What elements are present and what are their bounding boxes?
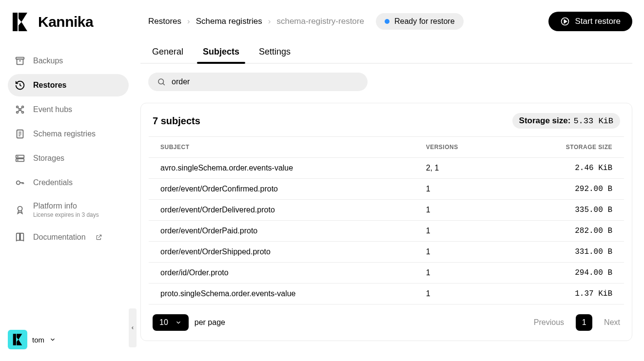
logo-mark-small-icon <box>11 333 24 346</box>
nav-label: Backups <box>33 57 63 65</box>
cell-subject: avro.singleSchema.order.events-value <box>149 158 414 179</box>
sidebar-item-credentials[interactable]: Credentials <box>8 171 129 194</box>
breadcrumb-schema-registries[interactable]: Schema registries <box>196 17 262 26</box>
current-page[interactable]: 1 <box>576 314 592 331</box>
breadcrumb: Restores › Schema registries › schema-re… <box>148 13 464 30</box>
sidebar-item-schema-registries[interactable]: Schema registries <box>8 123 129 145</box>
column-storage[interactable]: STORAGE SIZE <box>507 137 624 158</box>
breadcrumb-separator: › <box>187 17 190 26</box>
cell-subject: order/event/OrderDelivered.proto <box>149 200 414 221</box>
cell-subject: order/id/Order.proto <box>149 263 414 284</box>
user-menu[interactable]: tom <box>8 326 129 353</box>
svg-line-11 <box>18 108 20 109</box>
table-row[interactable]: order/event/OrderShipped.proto1331.00 B <box>149 242 624 263</box>
table-footer: 10 per page Previous 1 Next <box>149 304 624 331</box>
cell-versions: 1 <box>414 221 507 242</box>
sidebar: Kannika Backups Restores Event hubs Sche… <box>0 0 137 361</box>
table-row[interactable]: order/event/OrderDelivered.proto1335.00 … <box>149 200 624 221</box>
pagination: Previous 1 Next <box>534 314 620 331</box>
storage-label: Storage size: <box>519 116 571 126</box>
badge-icon <box>15 205 25 215</box>
sidebar-item-backups[interactable]: Backups <box>8 50 129 72</box>
subjects-count: 7 subjects <box>153 115 200 127</box>
cell-subject: proto.singleSchema.order.events-value <box>149 284 414 304</box>
svg-point-23 <box>17 181 20 184</box>
svg-point-10 <box>19 109 21 111</box>
table-row[interactable]: order/event/OrderPaid.proto1282.00 B <box>149 221 624 242</box>
tab-general[interactable]: General <box>152 41 183 63</box>
tab-subjects[interactable]: Subjects <box>203 41 239 63</box>
nav-label: Event hubs <box>33 105 72 114</box>
cell-versions: 1 <box>414 263 507 284</box>
nav-label: Credentials <box>33 178 73 187</box>
svg-marker-29 <box>17 334 22 340</box>
page-size-value: 10 <box>159 318 168 327</box>
avatar <box>8 330 27 349</box>
svg-line-34 <box>163 83 165 85</box>
sidebar-collapse-button[interactable] <box>129 308 137 347</box>
breadcrumb-restores[interactable]: Restores <box>148 17 181 26</box>
svg-marker-30 <box>17 340 22 345</box>
archive-icon <box>15 56 25 66</box>
status-label: Ready for restore <box>394 17 455 26</box>
sidebar-item-platform-info[interactable]: Platform info License expires in 3 days <box>8 196 129 224</box>
column-subject[interactable]: SUBJECT <box>149 137 414 158</box>
svg-marker-2 <box>19 22 27 31</box>
svg-point-7 <box>22 106 24 108</box>
book-icon <box>15 232 25 243</box>
svg-point-6 <box>17 106 19 108</box>
cell-storage: 2.46 KiB <box>507 158 624 179</box>
table-row[interactable]: avro.singleSchema.order.events-value2, 1… <box>149 158 624 179</box>
cell-versions: 2, 1 <box>414 158 507 179</box>
svg-marker-1 <box>19 13 27 22</box>
sidebar-item-documentation[interactable]: Documentation <box>8 226 129 248</box>
storage-icon <box>15 153 25 164</box>
table-row[interactable]: proto.singleSchema.order.events-value11.… <box>149 284 624 304</box>
svg-point-27 <box>18 207 22 211</box>
status-badge: Ready for restore <box>376 13 464 30</box>
sidebar-item-storages[interactable]: Storages <box>8 147 129 170</box>
sidebar-item-restores[interactable]: Restores <box>8 74 129 96</box>
svg-point-9 <box>22 112 24 114</box>
cell-storage: 335.00 B <box>507 200 624 221</box>
svg-rect-28 <box>13 334 16 345</box>
table-row[interactable]: order/id/Order.proto1294.00 B <box>149 263 624 284</box>
previous-page-button[interactable]: Previous <box>534 318 564 327</box>
main: Restores › Schema registries › schema-re… <box>137 0 644 361</box>
registry-icon <box>15 129 25 139</box>
cell-subject: order/event/OrderShipped.proto <box>149 242 414 263</box>
cell-versions: 1 <box>414 200 507 221</box>
sidebar-item-event-hubs[interactable]: Event hubs <box>8 98 129 121</box>
breadcrumb-separator: › <box>268 17 271 26</box>
search-input[interactable] <box>172 77 359 86</box>
logo[interactable]: Kannika <box>8 12 129 32</box>
subjects-table: SUBJECT VERSIONS STORAGE SIZE avro.singl… <box>149 136 624 304</box>
column-versions[interactable]: VERSIONS <box>414 137 507 158</box>
start-restore-button[interactable]: Start restore <box>548 12 632 31</box>
user-name: tom <box>32 336 44 344</box>
svg-marker-32 <box>565 20 567 23</box>
chevron-down-icon <box>49 336 56 343</box>
logo-text: Kannika <box>38 14 93 30</box>
nav: Backups Restores Event hubs Schema regis… <box>8 50 129 326</box>
key-icon <box>15 177 25 188</box>
table-row[interactable]: order/event/OrderConfirmed.proto1292.00 … <box>149 179 624 200</box>
tab-settings[interactable]: Settings <box>259 41 291 63</box>
nav-label: Restores <box>33 81 66 90</box>
page-size-select[interactable]: 10 <box>153 314 189 331</box>
nav-label: Platform info <box>33 202 99 210</box>
subjects-card: 7 subjects Storage size: 5.33 KiB SUBJEC… <box>140 103 632 341</box>
cell-storage: 1.37 KiB <box>507 284 624 304</box>
nav-label: Schema registries <box>33 130 96 138</box>
cell-versions: 1 <box>414 284 507 304</box>
cell-versions: 1 <box>414 242 507 263</box>
next-page-button[interactable]: Next <box>604 318 620 327</box>
search-box[interactable] <box>148 73 368 91</box>
play-circle-icon <box>560 17 570 26</box>
svg-point-8 <box>17 112 19 114</box>
hubs-icon <box>15 104 25 115</box>
external-link-icon <box>96 234 102 241</box>
cell-storage: 292.00 B <box>507 179 624 200</box>
restore-icon <box>15 80 25 91</box>
status-dot-icon <box>385 19 390 24</box>
